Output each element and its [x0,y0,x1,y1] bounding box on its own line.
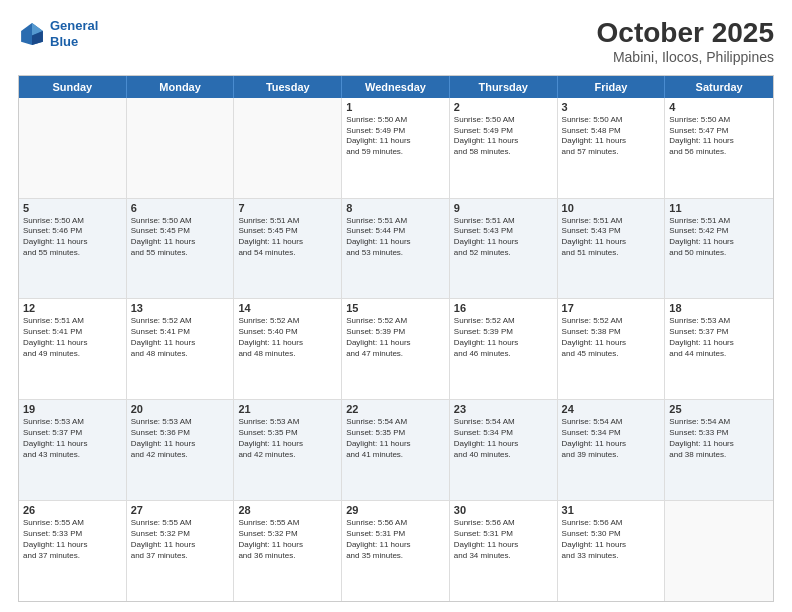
cell-info: Sunrise: 5:56 AMSunset: 5:31 PMDaylight:… [454,518,553,561]
calendar-row: 12Sunrise: 5:51 AMSunset: 5:41 PMDayligh… [19,299,773,400]
day-number: 21 [238,403,337,415]
cell-info: Sunrise: 5:51 AMSunset: 5:43 PMDaylight:… [562,216,661,259]
calendar-cell: 10Sunrise: 5:51 AMSunset: 5:43 PMDayligh… [558,199,666,299]
calendar-cell: 4Sunrise: 5:50 AMSunset: 5:47 PMDaylight… [665,98,773,198]
calendar-cell: 13Sunrise: 5:52 AMSunset: 5:41 PMDayligh… [127,299,235,399]
calendar-row: 26Sunrise: 5:55 AMSunset: 5:33 PMDayligh… [19,501,773,601]
cell-info: Sunrise: 5:50 AMSunset: 5:49 PMDaylight:… [346,115,445,158]
day-number: 23 [454,403,553,415]
calendar-cell: 25Sunrise: 5:54 AMSunset: 5:33 PMDayligh… [665,400,773,500]
day-number: 25 [669,403,769,415]
cell-info: Sunrise: 5:55 AMSunset: 5:32 PMDaylight:… [238,518,337,561]
day-number: 8 [346,202,445,214]
day-number: 7 [238,202,337,214]
calendar-cell: 5Sunrise: 5:50 AMSunset: 5:46 PMDaylight… [19,199,127,299]
weekday-header: Saturday [665,76,773,98]
header: General Blue October 2025 Mabini, Ilocos… [18,18,774,65]
cell-info: Sunrise: 5:53 AMSunset: 5:37 PMDaylight:… [23,417,122,460]
calendar-cell: 2Sunrise: 5:50 AMSunset: 5:49 PMDaylight… [450,98,558,198]
calendar-subtitle: Mabini, Ilocos, Philippines [597,49,774,65]
logo-icon [18,20,46,48]
day-number: 12 [23,302,122,314]
day-number: 26 [23,504,122,516]
calendar-cell: 31Sunrise: 5:56 AMSunset: 5:30 PMDayligh… [558,501,666,601]
calendar-cell: 12Sunrise: 5:51 AMSunset: 5:41 PMDayligh… [19,299,127,399]
day-number: 2 [454,101,553,113]
calendar-cell: 17Sunrise: 5:52 AMSunset: 5:38 PMDayligh… [558,299,666,399]
cell-info: Sunrise: 5:53 AMSunset: 5:36 PMDaylight:… [131,417,230,460]
cell-info: Sunrise: 5:52 AMSunset: 5:41 PMDaylight:… [131,316,230,359]
calendar-cell: 8Sunrise: 5:51 AMSunset: 5:44 PMDaylight… [342,199,450,299]
calendar: SundayMondayTuesdayWednesdayThursdayFrid… [18,75,774,602]
day-number: 3 [562,101,661,113]
calendar-cell: 16Sunrise: 5:52 AMSunset: 5:39 PMDayligh… [450,299,558,399]
day-number: 16 [454,302,553,314]
calendar-cell: 20Sunrise: 5:53 AMSunset: 5:36 PMDayligh… [127,400,235,500]
day-number: 10 [562,202,661,214]
cell-info: Sunrise: 5:53 AMSunset: 5:35 PMDaylight:… [238,417,337,460]
cell-info: Sunrise: 5:51 AMSunset: 5:41 PMDaylight:… [23,316,122,359]
day-number: 1 [346,101,445,113]
cell-info: Sunrise: 5:50 AMSunset: 5:47 PMDaylight:… [669,115,769,158]
calendar-cell: 9Sunrise: 5:51 AMSunset: 5:43 PMDaylight… [450,199,558,299]
day-number: 18 [669,302,769,314]
calendar-body: 1Sunrise: 5:50 AMSunset: 5:49 PMDaylight… [19,98,773,601]
day-number: 22 [346,403,445,415]
calendar-cell: 21Sunrise: 5:53 AMSunset: 5:35 PMDayligh… [234,400,342,500]
day-number: 28 [238,504,337,516]
empty-cell [234,98,342,198]
cell-info: Sunrise: 5:51 AMSunset: 5:44 PMDaylight:… [346,216,445,259]
day-number: 31 [562,504,661,516]
calendar-cell: 28Sunrise: 5:55 AMSunset: 5:32 PMDayligh… [234,501,342,601]
cell-info: Sunrise: 5:50 AMSunset: 5:49 PMDaylight:… [454,115,553,158]
calendar-row: 19Sunrise: 5:53 AMSunset: 5:37 PMDayligh… [19,400,773,501]
day-number: 29 [346,504,445,516]
logo-text: General Blue [50,18,98,49]
cell-info: Sunrise: 5:51 AMSunset: 5:43 PMDaylight:… [454,216,553,259]
cell-info: Sunrise: 5:50 AMSunset: 5:46 PMDaylight:… [23,216,122,259]
calendar-row: 5Sunrise: 5:50 AMSunset: 5:46 PMDaylight… [19,199,773,300]
day-number: 4 [669,101,769,113]
cell-info: Sunrise: 5:50 AMSunset: 5:45 PMDaylight:… [131,216,230,259]
day-number: 5 [23,202,122,214]
page: General Blue October 2025 Mabini, Ilocos… [0,0,792,612]
cell-info: Sunrise: 5:54 AMSunset: 5:33 PMDaylight:… [669,417,769,460]
empty-cell [19,98,127,198]
cell-info: Sunrise: 5:51 AMSunset: 5:45 PMDaylight:… [238,216,337,259]
cell-info: Sunrise: 5:52 AMSunset: 5:39 PMDaylight:… [346,316,445,359]
day-number: 20 [131,403,230,415]
calendar-cell: 27Sunrise: 5:55 AMSunset: 5:32 PMDayligh… [127,501,235,601]
weekday-header: Wednesday [342,76,450,98]
calendar-cell: 6Sunrise: 5:50 AMSunset: 5:45 PMDaylight… [127,199,235,299]
weekday-header: Friday [558,76,666,98]
calendar-cell: 24Sunrise: 5:54 AMSunset: 5:34 PMDayligh… [558,400,666,500]
calendar-cell: 11Sunrise: 5:51 AMSunset: 5:42 PMDayligh… [665,199,773,299]
calendar-cell: 1Sunrise: 5:50 AMSunset: 5:49 PMDaylight… [342,98,450,198]
cell-info: Sunrise: 5:52 AMSunset: 5:39 PMDaylight:… [454,316,553,359]
cell-info: Sunrise: 5:56 AMSunset: 5:30 PMDaylight:… [562,518,661,561]
weekday-header: Tuesday [234,76,342,98]
cell-info: Sunrise: 5:54 AMSunset: 5:34 PMDaylight:… [454,417,553,460]
calendar-title: October 2025 [597,18,774,49]
day-number: 17 [562,302,661,314]
calendar-cell: 26Sunrise: 5:55 AMSunset: 5:33 PMDayligh… [19,501,127,601]
cell-info: Sunrise: 5:55 AMSunset: 5:33 PMDaylight:… [23,518,122,561]
cell-info: Sunrise: 5:50 AMSunset: 5:48 PMDaylight:… [562,115,661,158]
day-number: 15 [346,302,445,314]
day-number: 19 [23,403,122,415]
calendar-cell: 19Sunrise: 5:53 AMSunset: 5:37 PMDayligh… [19,400,127,500]
calendar-cell: 18Sunrise: 5:53 AMSunset: 5:37 PMDayligh… [665,299,773,399]
calendar-cell: 7Sunrise: 5:51 AMSunset: 5:45 PMDaylight… [234,199,342,299]
cell-info: Sunrise: 5:55 AMSunset: 5:32 PMDaylight:… [131,518,230,561]
cell-info: Sunrise: 5:52 AMSunset: 5:38 PMDaylight:… [562,316,661,359]
cell-info: Sunrise: 5:54 AMSunset: 5:34 PMDaylight:… [562,417,661,460]
day-number: 30 [454,504,553,516]
calendar-cell: 14Sunrise: 5:52 AMSunset: 5:40 PMDayligh… [234,299,342,399]
calendar-cell: 15Sunrise: 5:52 AMSunset: 5:39 PMDayligh… [342,299,450,399]
day-number: 6 [131,202,230,214]
empty-cell [127,98,235,198]
calendar-cell: 23Sunrise: 5:54 AMSunset: 5:34 PMDayligh… [450,400,558,500]
day-number: 27 [131,504,230,516]
weekday-header: Thursday [450,76,558,98]
calendar-row: 1Sunrise: 5:50 AMSunset: 5:49 PMDaylight… [19,98,773,199]
